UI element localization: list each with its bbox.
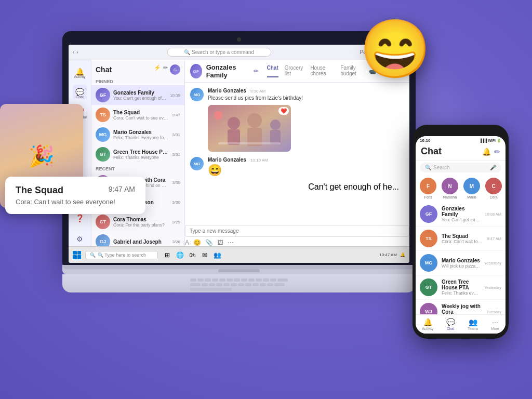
phone-avatar-natasha[interactable]: N Natasha <box>442 178 458 199</box>
phone-list-avatar-green: GT <box>420 278 437 296</box>
key[interactable] <box>205 278 211 282</box>
tab-chat[interactable]: Chat <box>267 65 278 77</box>
key[interactable] <box>252 283 259 286</box>
windows-logo[interactable] <box>73 251 81 259</box>
phone-bell-icon[interactable]: 🔔 <box>482 148 491 156</box>
phone-list-avatar-mario: MG <box>420 254 437 272</box>
cant-get-enough-bubble: Can't get enough of he... <box>308 182 399 192</box>
taskbar-store[interactable]: 🛍 <box>187 250 197 260</box>
key[interactable] <box>260 283 266 286</box>
key-space[interactable] <box>190 288 232 291</box>
key[interactable] <box>248 278 255 282</box>
chat-item-cora[interactable]: CT Cora Thomas Cora: For the party plans… <box>91 212 184 232</box>
tab-grocery[interactable]: Grocery list <box>285 65 304 77</box>
pinned-section-label: Pinned <box>91 77 184 85</box>
chat-item-name-green: Green Tree House PTA <box>113 149 169 155</box>
key[interactable] <box>238 283 244 286</box>
key[interactable] <box>209 283 215 286</box>
phone-mic-icon[interactable]: 🎤 <box>490 165 496 170</box>
taskbar-edge[interactable]: 🌐 <box>175 250 185 260</box>
chat-item-gonzales-family[interactable]: GF Gonzales Family You: Can't get enough… <box>91 85 184 105</box>
chat-area: GF Gonzales Family ✏ Chat Grocery list H… <box>185 60 409 246</box>
edit-group-icon[interactable]: ✏ <box>254 68 259 75</box>
win-logo-tl <box>73 251 77 255</box>
titlebar-search[interactable]: 🔍 Search or type a command <box>167 48 271 57</box>
key[interactable] <box>227 278 233 282</box>
chat-area-group-name: Gonzales Family <box>206 63 249 79</box>
key[interactable] <box>234 278 240 282</box>
taskbar-mail[interactable]: ✉ <box>200 250 210 260</box>
forward-button[interactable]: › <box>76 49 78 55</box>
key-tab[interactable] <box>190 283 201 286</box>
new-chat-icon[interactable]: ✏ <box>163 64 168 75</box>
key[interactable] <box>212 278 218 282</box>
key[interactable] <box>223 283 230 286</box>
phone-list-item-weekly[interactable]: WJ Weekly jog with Cora I'm so behind on… <box>416 300 506 314</box>
phone-list-item-gonzales[interactable]: GF Gonzales Family You: Can't get enough… <box>416 202 506 227</box>
key[interactable] <box>190 278 196 282</box>
filter-icon[interactable]: ⚡ <box>154 64 161 75</box>
recent-section-label: Recent <box>91 164 184 172</box>
format-icon[interactable]: A <box>185 239 189 246</box>
phone-status-icons: ▐▐▐ WiFi 🔋 <box>479 139 501 143</box>
message-input[interactable] <box>185 225 409 237</box>
phone-chat-header: Chat 🔔 ✏ <box>416 144 506 161</box>
key[interactable] <box>219 278 225 282</box>
phone-edit-icon[interactable]: ✏ <box>494 148 500 156</box>
key[interactable] <box>197 278 204 282</box>
key[interactable] <box>241 278 247 282</box>
phone-nav-activity[interactable]: 🔔 Activity <box>422 318 433 330</box>
taskbar-search[interactable]: 🔍 🔍 Type here to search <box>85 251 158 259</box>
phone-nav-chat-icon: 💬 <box>446 318 455 326</box>
phone-nav-more[interactable]: ··· More <box>491 318 499 330</box>
chat-item-time-cora: 3/29 <box>172 220 180 224</box>
phone-nav-chat[interactable]: 💬 Chat <box>446 318 455 330</box>
sidebar-item-settings[interactable]: ⚙ <box>73 232 87 246</box>
taskbar-notif-icon[interactable]: 🔔 <box>400 252 405 257</box>
key[interactable] <box>263 278 269 282</box>
key[interactable] <box>270 278 276 282</box>
laptop-stand <box>62 265 416 269</box>
chat-item-gabriel[interactable]: GJ Gabriel and Joseph 3/28 <box>91 232 184 246</box>
phone-list-item-green[interactable]: GT Green Tree House PTA Felix: Thanks ev… <box>416 275 506 300</box>
image-icon[interactable]: 🖼 <box>217 239 223 246</box>
phone-avatar-cora[interactable]: C Cora <box>485 178 502 199</box>
taskbar-taskview[interactable]: ⊞ <box>162 250 172 260</box>
more-tools-icon[interactable]: ⋯ <box>228 239 234 246</box>
chat-list-header: Chat ⚡ ✏ G <box>91 60 184 77</box>
win-logo-br <box>77 255 82 259</box>
key[interactable] <box>216 283 222 286</box>
key[interactable] <box>231 283 237 286</box>
phone-search[interactable]: 🔍 Search 🎤 <box>420 163 501 172</box>
chat-item-time: 10:09 <box>170 93 180 98</box>
key-backspace[interactable] <box>277 278 288 282</box>
tab-chores[interactable]: House chores <box>310 65 334 77</box>
emoji-icon[interactable]: 😊 <box>193 239 201 246</box>
phone-list-item-mario[interactable]: MG Mario Gonzales Will pick up pizza aft… <box>416 251 506 275</box>
notification-popup: The Squad 9:47 AM Cora: Can't wait to se… <box>5 177 145 214</box>
chat-item-name-gabriel: Gabriel and Joseph <box>113 239 169 245</box>
back-button[interactable]: ‹ <box>73 49 74 55</box>
laptop-keyboard <box>62 274 416 292</box>
chat-item-the-squad[interactable]: TS The Squad Cora: Can't wait to see eve… <box>91 105 184 125</box>
phone-avatar-felix[interactable]: F Felix <box>420 178 436 199</box>
message-2: MG Mario Gonzales 10:10 AM 😄 <box>190 157 404 177</box>
chat-item-mario[interactable]: MG Mario Gonzales Felix: Thanks everyone… <box>91 125 184 144</box>
svg-point-8 <box>214 111 222 119</box>
key[interactable] <box>267 283 273 286</box>
phone-nav-teams[interactable]: 👥 Teams <box>468 318 478 330</box>
phone-avatar-mario[interactable]: M Mario <box>463 178 480 199</box>
key[interactable] <box>245 283 251 286</box>
chat-item-green-tree[interactable]: GT Green Tree House PTA Felix: Thanks ev… <box>91 144 184 164</box>
phone-search-placeholder: Search <box>433 165 450 170</box>
phone-list-item-squad[interactable]: TS The Squad Cora: Can't wait to see eve… <box>416 227 506 251</box>
attach-icon[interactable]: 📎 <box>205 239 213 246</box>
notif-time: 9:47 AM <box>109 185 135 193</box>
key[interactable] <box>256 278 262 282</box>
key-enter[interactable] <box>274 283 285 286</box>
msg-emoji: 😄 <box>208 164 404 177</box>
taskbar-teams[interactable]: 👥 <box>212 250 222 260</box>
key[interactable] <box>202 283 208 286</box>
phone-list-info-mario: Mario Gonzales Will pick up pizza after … <box>442 258 480 269</box>
svg-point-5 <box>270 119 281 130</box>
